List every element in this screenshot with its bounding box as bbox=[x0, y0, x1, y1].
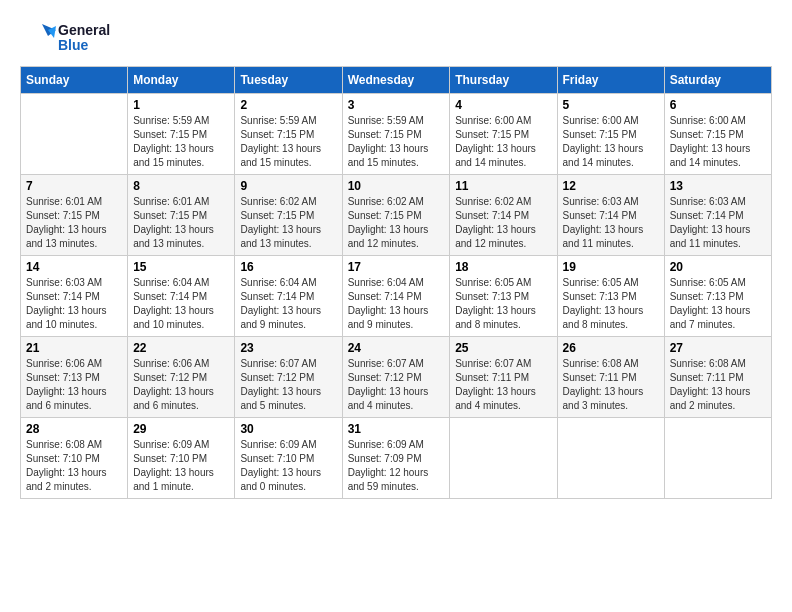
calendar-cell: 29Sunrise: 6:09 AM Sunset: 7:10 PM Dayli… bbox=[128, 418, 235, 499]
day-info: Sunrise: 6:05 AM Sunset: 7:13 PM Dayligh… bbox=[563, 276, 659, 332]
calendar-cell: 20Sunrise: 6:05 AM Sunset: 7:13 PM Dayli… bbox=[664, 256, 771, 337]
calendar-cell bbox=[450, 418, 557, 499]
calendar-cell: 24Sunrise: 6:07 AM Sunset: 7:12 PM Dayli… bbox=[342, 337, 450, 418]
day-info: Sunrise: 6:01 AM Sunset: 7:15 PM Dayligh… bbox=[133, 195, 229, 251]
calendar-cell: 26Sunrise: 6:08 AM Sunset: 7:11 PM Dayli… bbox=[557, 337, 664, 418]
calendar-week-3: 14Sunrise: 6:03 AM Sunset: 7:14 PM Dayli… bbox=[21, 256, 772, 337]
day-info: Sunrise: 6:00 AM Sunset: 7:15 PM Dayligh… bbox=[670, 114, 766, 170]
day-number: 15 bbox=[133, 260, 229, 274]
calendar-cell: 13Sunrise: 6:03 AM Sunset: 7:14 PM Dayli… bbox=[664, 175, 771, 256]
day-number: 1 bbox=[133, 98, 229, 112]
column-header-wednesday: Wednesday bbox=[342, 67, 450, 94]
day-number: 16 bbox=[240, 260, 336, 274]
day-number: 21 bbox=[26, 341, 122, 355]
calendar-week-1: 1Sunrise: 5:59 AM Sunset: 7:15 PM Daylig… bbox=[21, 94, 772, 175]
day-info: Sunrise: 6:07 AM Sunset: 7:11 PM Dayligh… bbox=[455, 357, 551, 413]
day-number: 10 bbox=[348, 179, 445, 193]
calendar-cell: 17Sunrise: 6:04 AM Sunset: 7:14 PM Dayli… bbox=[342, 256, 450, 337]
calendar-cell: 31Sunrise: 6:09 AM Sunset: 7:09 PM Dayli… bbox=[342, 418, 450, 499]
day-number: 9 bbox=[240, 179, 336, 193]
day-number: 14 bbox=[26, 260, 122, 274]
calendar-cell: 18Sunrise: 6:05 AM Sunset: 7:13 PM Dayli… bbox=[450, 256, 557, 337]
day-info: Sunrise: 6:05 AM Sunset: 7:13 PM Dayligh… bbox=[455, 276, 551, 332]
calendar-cell: 19Sunrise: 6:05 AM Sunset: 7:13 PM Dayli… bbox=[557, 256, 664, 337]
page-header: General Blue bbox=[20, 20, 772, 56]
day-number: 5 bbox=[563, 98, 659, 112]
calendar-table: SundayMondayTuesdayWednesdayThursdayFrid… bbox=[20, 66, 772, 499]
column-header-sunday: Sunday bbox=[21, 67, 128, 94]
day-number: 18 bbox=[455, 260, 551, 274]
calendar-cell: 2Sunrise: 5:59 AM Sunset: 7:15 PM Daylig… bbox=[235, 94, 342, 175]
column-header-friday: Friday bbox=[557, 67, 664, 94]
calendar-cell: 3Sunrise: 5:59 AM Sunset: 7:15 PM Daylig… bbox=[342, 94, 450, 175]
calendar-cell: 14Sunrise: 6:03 AM Sunset: 7:14 PM Dayli… bbox=[21, 256, 128, 337]
day-number: 4 bbox=[455, 98, 551, 112]
day-info: Sunrise: 6:03 AM Sunset: 7:14 PM Dayligh… bbox=[670, 195, 766, 251]
day-number: 6 bbox=[670, 98, 766, 112]
day-info: Sunrise: 5:59 AM Sunset: 7:15 PM Dayligh… bbox=[133, 114, 229, 170]
day-number: 31 bbox=[348, 422, 445, 436]
day-info: Sunrise: 6:07 AM Sunset: 7:12 PM Dayligh… bbox=[348, 357, 445, 413]
day-info: Sunrise: 6:09 AM Sunset: 7:10 PM Dayligh… bbox=[240, 438, 336, 494]
day-info: Sunrise: 5:59 AM Sunset: 7:15 PM Dayligh… bbox=[240, 114, 336, 170]
day-info: Sunrise: 6:08 AM Sunset: 7:10 PM Dayligh… bbox=[26, 438, 122, 494]
day-info: Sunrise: 6:00 AM Sunset: 7:15 PM Dayligh… bbox=[455, 114, 551, 170]
calendar-cell: 22Sunrise: 6:06 AM Sunset: 7:12 PM Dayli… bbox=[128, 337, 235, 418]
day-number: 24 bbox=[348, 341, 445, 355]
day-number: 3 bbox=[348, 98, 445, 112]
column-header-tuesday: Tuesday bbox=[235, 67, 342, 94]
calendar-cell: 15Sunrise: 6:04 AM Sunset: 7:14 PM Dayli… bbox=[128, 256, 235, 337]
calendar-cell: 11Sunrise: 6:02 AM Sunset: 7:14 PM Dayli… bbox=[450, 175, 557, 256]
day-info: Sunrise: 6:02 AM Sunset: 7:14 PM Dayligh… bbox=[455, 195, 551, 251]
logo-general: General bbox=[58, 23, 110, 38]
calendar-week-4: 21Sunrise: 6:06 AM Sunset: 7:13 PM Dayli… bbox=[21, 337, 772, 418]
logo: General Blue bbox=[20, 20, 110, 56]
day-number: 27 bbox=[670, 341, 766, 355]
calendar-cell: 12Sunrise: 6:03 AM Sunset: 7:14 PM Dayli… bbox=[557, 175, 664, 256]
day-info: Sunrise: 6:01 AM Sunset: 7:15 PM Dayligh… bbox=[26, 195, 122, 251]
calendar-cell: 27Sunrise: 6:08 AM Sunset: 7:11 PM Dayli… bbox=[664, 337, 771, 418]
day-number: 12 bbox=[563, 179, 659, 193]
day-info: Sunrise: 6:04 AM Sunset: 7:14 PM Dayligh… bbox=[348, 276, 445, 332]
day-info: Sunrise: 5:59 AM Sunset: 7:15 PM Dayligh… bbox=[348, 114, 445, 170]
day-info: Sunrise: 6:08 AM Sunset: 7:11 PM Dayligh… bbox=[670, 357, 766, 413]
day-info: Sunrise: 6:04 AM Sunset: 7:14 PM Dayligh… bbox=[133, 276, 229, 332]
day-number: 30 bbox=[240, 422, 336, 436]
calendar-cell: 25Sunrise: 6:07 AM Sunset: 7:11 PM Dayli… bbox=[450, 337, 557, 418]
calendar-cell: 30Sunrise: 6:09 AM Sunset: 7:10 PM Dayli… bbox=[235, 418, 342, 499]
calendar-cell: 5Sunrise: 6:00 AM Sunset: 7:15 PM Daylig… bbox=[557, 94, 664, 175]
day-number: 11 bbox=[455, 179, 551, 193]
day-number: 28 bbox=[26, 422, 122, 436]
day-info: Sunrise: 6:02 AM Sunset: 7:15 PM Dayligh… bbox=[240, 195, 336, 251]
calendar-week-5: 28Sunrise: 6:08 AM Sunset: 7:10 PM Dayli… bbox=[21, 418, 772, 499]
day-number: 29 bbox=[133, 422, 229, 436]
day-info: Sunrise: 6:03 AM Sunset: 7:14 PM Dayligh… bbox=[563, 195, 659, 251]
calendar-cell bbox=[557, 418, 664, 499]
day-info: Sunrise: 6:09 AM Sunset: 7:10 PM Dayligh… bbox=[133, 438, 229, 494]
calendar-cell: 1Sunrise: 5:59 AM Sunset: 7:15 PM Daylig… bbox=[128, 94, 235, 175]
day-info: Sunrise: 6:09 AM Sunset: 7:09 PM Dayligh… bbox=[348, 438, 445, 494]
day-info: Sunrise: 6:06 AM Sunset: 7:12 PM Dayligh… bbox=[133, 357, 229, 413]
day-number: 2 bbox=[240, 98, 336, 112]
day-info: Sunrise: 6:04 AM Sunset: 7:14 PM Dayligh… bbox=[240, 276, 336, 332]
day-number: 20 bbox=[670, 260, 766, 274]
calendar-header-row: SundayMondayTuesdayWednesdayThursdayFrid… bbox=[21, 67, 772, 94]
day-info: Sunrise: 6:03 AM Sunset: 7:14 PM Dayligh… bbox=[26, 276, 122, 332]
day-number: 17 bbox=[348, 260, 445, 274]
day-number: 13 bbox=[670, 179, 766, 193]
calendar-cell: 16Sunrise: 6:04 AM Sunset: 7:14 PM Dayli… bbox=[235, 256, 342, 337]
day-info: Sunrise: 6:02 AM Sunset: 7:15 PM Dayligh… bbox=[348, 195, 445, 251]
calendar-cell: 4Sunrise: 6:00 AM Sunset: 7:15 PM Daylig… bbox=[450, 94, 557, 175]
day-number: 26 bbox=[563, 341, 659, 355]
calendar-week-2: 7Sunrise: 6:01 AM Sunset: 7:15 PM Daylig… bbox=[21, 175, 772, 256]
day-info: Sunrise: 6:00 AM Sunset: 7:15 PM Dayligh… bbox=[563, 114, 659, 170]
calendar-cell: 8Sunrise: 6:01 AM Sunset: 7:15 PM Daylig… bbox=[128, 175, 235, 256]
column-header-monday: Monday bbox=[128, 67, 235, 94]
day-number: 25 bbox=[455, 341, 551, 355]
calendar-cell: 21Sunrise: 6:06 AM Sunset: 7:13 PM Dayli… bbox=[21, 337, 128, 418]
day-number: 23 bbox=[240, 341, 336, 355]
logo-bird-icon bbox=[20, 20, 56, 56]
day-info: Sunrise: 6:06 AM Sunset: 7:13 PM Dayligh… bbox=[26, 357, 122, 413]
day-number: 19 bbox=[563, 260, 659, 274]
calendar-cell: 28Sunrise: 6:08 AM Sunset: 7:10 PM Dayli… bbox=[21, 418, 128, 499]
